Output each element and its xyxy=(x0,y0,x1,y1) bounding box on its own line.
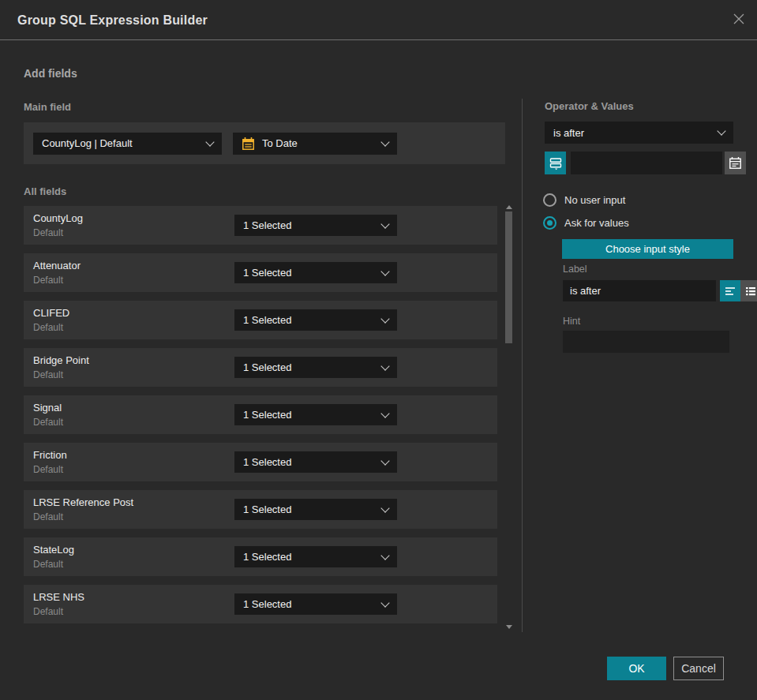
chevron-down-icon xyxy=(380,219,389,228)
field-layer-label: Default xyxy=(33,227,63,238)
close-button[interactable] xyxy=(731,13,747,28)
field-selected-dropdown[interactable]: 1 Selected xyxy=(234,309,397,331)
field-selected-dropdown[interactable]: 1 Selected xyxy=(234,451,397,473)
field-layer-label: Default xyxy=(33,511,63,522)
field-selected-dropdown[interactable]: 1 Selected xyxy=(234,593,397,615)
field-row: LRSE Reference Post Default 1 Selected xyxy=(24,490,497,529)
field-selected-value: 1 Selected xyxy=(243,219,291,231)
field-selected-value: 1 Selected xyxy=(243,551,291,563)
field-selected-value: 1 Selected xyxy=(243,314,291,326)
field-row: CLIFED Default 1 Selected xyxy=(24,301,497,339)
field-layer-label: Default xyxy=(33,369,63,380)
field-selected-value: 1 Selected xyxy=(243,409,291,421)
main-field-panel: CountyLog | Default To Date xyxy=(24,122,505,164)
field-layer-label: Default xyxy=(33,275,63,286)
radio-no-user-input[interactable]: No user input xyxy=(543,193,625,207)
chevron-down-icon xyxy=(380,503,389,512)
add-fields-heading: Add fields xyxy=(24,67,77,80)
date-field-select-value: To Date xyxy=(262,137,298,149)
all-fields-heading: All fields xyxy=(24,185,66,197)
unique-values-button[interactable] xyxy=(545,152,566,174)
chevron-down-icon xyxy=(380,409,389,417)
field-layer-label: Default xyxy=(33,322,63,333)
radio-unselected-icon xyxy=(543,193,557,207)
date-field-select[interactable]: To Date xyxy=(233,133,397,155)
stacked-values-icon xyxy=(549,156,563,170)
list-scrollbar[interactable] xyxy=(504,202,515,632)
cancel-button[interactable]: Cancel xyxy=(673,657,724,680)
close-icon xyxy=(732,12,746,29)
scrollbar-up-arrow-icon[interactable] xyxy=(506,205,512,209)
scrollbar-down-arrow-icon[interactable] xyxy=(506,625,512,629)
radio-ask-for-values[interactable]: Ask for values xyxy=(543,216,629,230)
field-row: LRSE NHS Default 1 Selected xyxy=(24,585,497,623)
chevron-down-icon xyxy=(380,267,389,275)
chevron-down-icon xyxy=(380,598,389,607)
hint-input[interactable] xyxy=(563,331,729,353)
chevron-down-icon xyxy=(205,137,214,146)
field-name: Friction xyxy=(33,449,67,461)
field-row: Attenuator Default 1 Selected xyxy=(24,253,497,292)
field-layer-label: Default xyxy=(33,417,63,428)
field-name: Attenuator xyxy=(33,260,81,271)
date-picker-button[interactable] xyxy=(725,152,746,174)
main-field-heading: Main field xyxy=(24,101,71,113)
field-selected-value: 1 Selected xyxy=(243,456,291,468)
label-caption: Label xyxy=(563,264,587,275)
field-name: CountyLog xyxy=(33,212,83,224)
field-row: CountyLog Default 1 Selected xyxy=(24,206,497,245)
dialog-header: Group SQL Expression Builder xyxy=(0,0,757,40)
field-name: CLIFED xyxy=(33,307,69,319)
chevron-down-icon xyxy=(380,137,389,146)
scrollbar-thumb[interactable] xyxy=(505,211,512,343)
panel-divider xyxy=(522,99,523,632)
ok-button[interactable]: OK xyxy=(607,657,666,680)
operator-values-heading: Operator & Values xyxy=(545,100,634,112)
radio-no-user-input-label: No user input xyxy=(564,194,625,206)
field-selected-dropdown[interactable]: 1 Selected xyxy=(234,546,397,567)
field-name: Signal xyxy=(33,402,62,414)
field-selected-dropdown[interactable]: 1 Selected xyxy=(234,215,397,236)
main-field-select-value: CountyLog | Default xyxy=(42,137,133,149)
field-row: Friction Default 1 Selected xyxy=(24,443,497,481)
field-name: LRSE Reference Post xyxy=(33,496,133,508)
field-row: Bridge Point Default 1 Selected xyxy=(24,348,497,387)
chevron-down-icon xyxy=(380,314,389,323)
label-input-row xyxy=(563,280,733,301)
list-input-style-button[interactable] xyxy=(740,280,757,301)
all-fields-list: CountyLog Default 1 Selected Attenuator … xyxy=(24,206,497,632)
chevron-down-icon xyxy=(380,456,389,465)
bulleted-list-icon xyxy=(744,285,757,298)
group-sql-expression-builder-dialog: Group SQL Expression Builder Add fields … xyxy=(0,0,757,700)
field-selected-dropdown[interactable]: 1 Selected xyxy=(234,404,397,425)
field-selected-value: 1 Selected xyxy=(243,267,291,279)
calendar-icon xyxy=(729,156,742,170)
field-selected-value: 1 Selected xyxy=(243,361,291,373)
single-line-input-style-button[interactable] xyxy=(720,280,740,301)
field-layer-label: Default xyxy=(33,606,63,617)
field-name: LRSE NHS xyxy=(33,591,84,603)
choose-input-style-button[interactable]: Choose input style xyxy=(562,239,733,259)
radio-ask-for-values-label: Ask for values xyxy=(564,217,629,229)
chevron-down-icon xyxy=(380,551,389,560)
field-selected-value: 1 Selected xyxy=(243,503,291,515)
field-name: StateLog xyxy=(33,544,74,556)
field-row: Signal Default 1 Selected xyxy=(24,395,497,434)
label-input[interactable] xyxy=(563,280,716,301)
field-selected-value: 1 Selected xyxy=(243,598,291,610)
radio-selected-icon xyxy=(543,216,557,230)
align-left-icon xyxy=(724,285,736,298)
hint-caption: Hint xyxy=(563,316,580,327)
value-input-row xyxy=(545,152,734,174)
main-field-select[interactable]: CountyLog | Default xyxy=(33,133,222,155)
operator-select[interactable]: is after xyxy=(545,122,733,144)
dialog-title: Group SQL Expression Builder xyxy=(17,0,208,40)
field-layer-label: Default xyxy=(33,464,63,475)
field-row: StateLog Default 1 Selected xyxy=(24,537,497,576)
field-selected-dropdown[interactable]: 1 Selected xyxy=(234,499,397,520)
field-layer-label: Default xyxy=(33,559,63,570)
value-input[interactable] xyxy=(571,152,722,174)
operator-select-value: is after xyxy=(553,127,584,139)
field-selected-dropdown[interactable]: 1 Selected xyxy=(234,262,397,283)
field-selected-dropdown[interactable]: 1 Selected xyxy=(234,357,397,378)
